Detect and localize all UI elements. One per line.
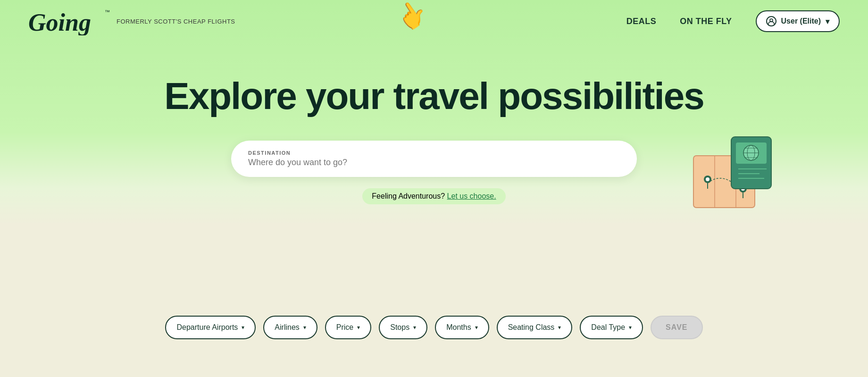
seating-class-chevron: ▾: [558, 324, 561, 331]
going-logo-svg: Going: [28, 7, 104, 35]
map-illustration: [679, 127, 783, 231]
seating-class-label: Seating Class: [508, 323, 555, 332]
departure-airports-label: Departure Airports: [176, 323, 238, 332]
let-us-choose-link[interactable]: Let us choose.: [447, 192, 496, 200]
price-chevron: ▾: [357, 324, 360, 331]
seating-class-filter[interactable]: Seating Class ▾: [497, 316, 573, 339]
formerly-text: FORMERLY SCOTT'S CHEAP FLIGHTS: [117, 18, 235, 25]
nav-deals[interactable]: DEALS: [626, 17, 657, 26]
airlines-filter[interactable]: Airlines ▾: [263, 316, 317, 339]
months-filter[interactable]: Months ▾: [435, 316, 489, 339]
stops-label: Stops: [390, 323, 409, 332]
svg-point-6: [706, 177, 709, 181]
adventurous-prefix: Feeling Adventurous?: [372, 192, 445, 200]
departure-airports-filter[interactable]: Departure Airports ▾: [165, 316, 256, 339]
adventurous-badge: Feeling Adventurous? Let us choose.: [362, 188, 505, 204]
nav-on-the-fly[interactable]: ON THE FLY: [680, 17, 732, 26]
months-chevron: ▾: [475, 324, 478, 331]
user-label: User (Elite): [781, 17, 821, 25]
stops-filter[interactable]: Stops ▾: [379, 316, 427, 339]
search-container: DESTINATION: [231, 141, 637, 177]
deal-type-label: Deal Type: [591, 323, 625, 332]
price-filter[interactable]: Price ▾: [325, 316, 371, 339]
price-label: Price: [336, 323, 353, 332]
search-bar: DESTINATION: [231, 141, 637, 177]
logo-area: Going ™ FORMERLY SCOTT'S CHEAP FLIGHTS: [28, 7, 235, 35]
destination-input[interactable]: [248, 158, 620, 168]
chevron-down-icon: ▾: [826, 17, 829, 26]
save-button: SAVE: [651, 316, 702, 339]
hero-section: Going ™ FORMERLY SCOTT'S CHEAP FLIGHTS D…: [0, 0, 868, 377]
months-label: Months: [446, 323, 471, 332]
svg-point-1: [770, 19, 773, 22]
deal-type-filter[interactable]: Deal Type ▾: [580, 316, 643, 339]
main-nav: DEALS ON THE FLY User (Elite) ▾: [626, 10, 840, 32]
logo: Going ™: [28, 7, 110, 35]
header: Going ™ FORMERLY SCOTT'S CHEAP FLIGHTS D…: [0, 0, 868, 42]
filter-bar: Departure Airports ▾ Airlines ▾ Price ▾ …: [0, 316, 868, 339]
departure-airports-chevron: ▾: [242, 324, 244, 331]
user-icon: [766, 16, 776, 26]
user-menu-button[interactable]: User (Elite) ▾: [756, 10, 840, 32]
deal-type-chevron: ▾: [629, 324, 632, 331]
stops-chevron: ▾: [413, 324, 416, 331]
logo-trademark: ™: [105, 9, 110, 15]
airlines-chevron: ▾: [303, 324, 306, 331]
airlines-label: Airlines: [275, 323, 299, 332]
svg-text:Going: Going: [28, 9, 91, 35]
destination-label: DESTINATION: [248, 150, 620, 156]
